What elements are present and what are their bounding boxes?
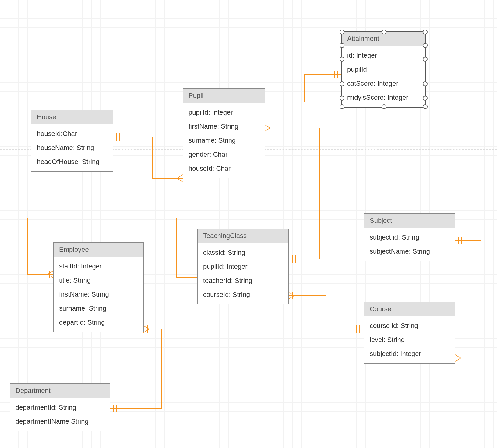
resize-handle[interactable]	[423, 43, 428, 48]
attr-row: firstName: String	[183, 119, 265, 133]
resize-handle[interactable]	[340, 96, 344, 101]
resize-handle[interactable]	[340, 30, 344, 34]
entity-title: Department	[10, 384, 110, 398]
attr-row: level: String	[364, 333, 455, 347]
attr-row: departId: String	[54, 315, 143, 329]
attr-row: classId: String	[198, 246, 288, 260]
attr-row: headOfHouse: String	[31, 155, 113, 169]
resize-handle[interactable]	[340, 104, 344, 109]
attr-row: firstName: String	[54, 287, 143, 301]
attr-row: gender: Char	[183, 148, 265, 162]
resize-handle[interactable]	[423, 30, 428, 34]
entity-employee[interactable]: Employee staffId: Integer title: String …	[53, 242, 144, 332]
resize-handle[interactable]	[423, 57, 428, 62]
attr-row: departmentId: String	[10, 400, 110, 414]
entity-title: Employee	[54, 243, 143, 257]
attr-row: pupilId: Integer	[198, 260, 288, 274]
entity-title: Pupil	[183, 89, 265, 103]
attr-row: houseName: String	[31, 141, 113, 155]
attr-row: departmentIName String	[10, 414, 110, 428]
attr-row: courseId: String	[198, 288, 288, 302]
entity-course[interactable]: Course course id: String level: String s…	[364, 302, 455, 364]
attr-row: catScore: Integer	[342, 76, 425, 91]
attr-row: staffId: Integer	[54, 259, 143, 273]
attr-row: midyisScore: Integer	[342, 91, 425, 105]
entity-subject[interactable]: Subject subject id: String subjectName: …	[364, 213, 455, 261]
entity-pupil[interactable]: Pupil pupilId: Integer firstName: String…	[183, 88, 265, 178]
attr-row: surname: String	[54, 301, 143, 315]
entity-title: TeachingClass	[198, 229, 288, 243]
resize-handle[interactable]	[382, 30, 386, 34]
entity-title: House	[31, 110, 113, 124]
attr-row: pupilId	[342, 62, 425, 76]
resize-handle[interactable]	[340, 57, 344, 62]
entity-teachingclass[interactable]: TeachingClass classId: String pupilId: I…	[197, 229, 289, 304]
attr-row: subject id: String	[364, 230, 455, 244]
entity-title: Subject	[364, 214, 455, 228]
attr-row: title: String	[54, 273, 143, 287]
resize-handle[interactable]	[340, 81, 344, 86]
resize-handle[interactable]	[340, 43, 344, 48]
resize-handle[interactable]	[382, 104, 386, 109]
entity-department[interactable]: Department departmentId: String departme…	[10, 383, 110, 431]
resize-handle[interactable]	[423, 81, 428, 86]
entity-house[interactable]: House houseId:Char houseName: String hea…	[31, 110, 113, 172]
attr-row: teacherId: String	[198, 274, 288, 288]
attr-row: surname: String	[183, 133, 265, 148]
attr-row: subjectName: String	[364, 244, 455, 258]
attr-row: houseId:Char	[31, 127, 113, 141]
attr-row: id: Integer	[342, 48, 425, 62]
attr-row: pupilId: Integer	[183, 105, 265, 119]
entity-title: Course	[364, 302, 455, 316]
resize-handle[interactable]	[423, 96, 428, 101]
resize-handle[interactable]	[423, 104, 428, 109]
entity-attainment[interactable]: Attainment id: Integer pupilId catScore:…	[341, 31, 426, 108]
attr-row: subjectId: Integer	[364, 347, 455, 361]
attr-row: course id: String	[364, 319, 455, 333]
attr-row: houseId: Char	[183, 162, 265, 176]
